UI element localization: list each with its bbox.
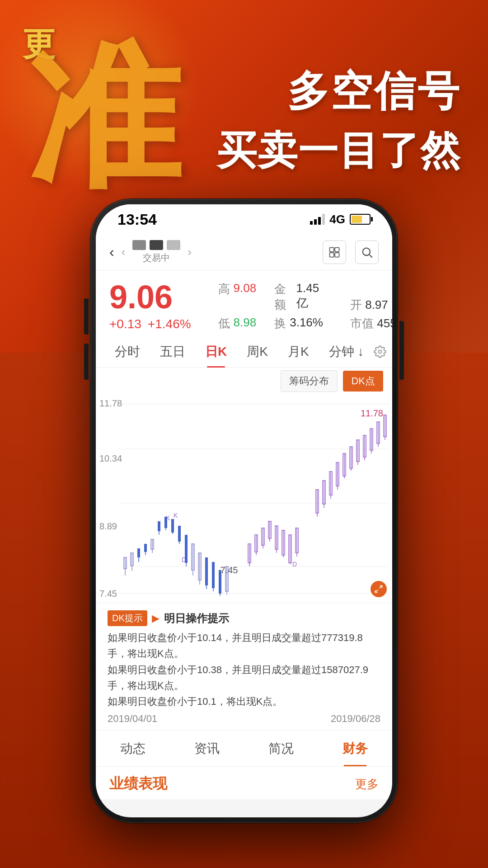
date-start: 2019/04/01: [108, 713, 157, 725]
low-label: 低: [218, 316, 230, 331]
chart-settings-button[interactable]: [374, 341, 386, 363]
status-icons: 4G: [310, 212, 371, 226]
tab-rik[interactable]: 日K: [195, 336, 237, 368]
svg-rect-2: [330, 253, 334, 257]
tab-zixun[interactable]: 资讯: [170, 731, 244, 766]
price-change-pct: +1.46%: [148, 317, 191, 331]
svg-line-8: [375, 590, 378, 593]
price-change-abs: +0.13: [109, 317, 141, 331]
tab-jiankuang[interactable]: 简况: [244, 731, 318, 766]
search-icon: [361, 246, 373, 259]
amount-item: 金额 1.45亿: [274, 281, 323, 313]
status-bar: 13:54 4G: [96, 204, 392, 234]
price-main: 9.06 +0.13 +1.46%: [109, 279, 191, 331]
price-detail-grid: 高 9.08 金额 1.45亿 低 8.98 换: [218, 281, 323, 331]
turnover-label: 换: [274, 316, 286, 331]
open-value: 8.97: [365, 298, 388, 311]
dk-tip-line2: 如果明日收盘价小于10.38，并且明日成交量超过1587027.9手，将出现K点…: [108, 664, 368, 691]
chart-svg: K K D: [96, 395, 392, 603]
current-price: 9.06: [109, 279, 191, 315]
dk-tip-badge: DK提示: [108, 610, 147, 626]
svg-rect-36: [185, 535, 188, 563]
dk-points-button[interactable]: DK点: [343, 371, 383, 392]
svg-rect-29: [164, 517, 167, 528]
performance-more-link[interactable]: 更多: [355, 776, 379, 792]
tab-fenzhong[interactable]: 分钟 ↓: [319, 336, 374, 368]
tab-fenshi[interactable]: 分时: [105, 336, 150, 368]
dk-tip-arrow-icon: ▶: [152, 613, 160, 624]
stock-dot-2: [150, 240, 163, 250]
tab-wuri[interactable]: 五日: [150, 336, 195, 368]
price-row: 9.06 +0.13 +1.46% 高 9.08 金额 1: [109, 279, 379, 331]
stock-name-dots: [132, 240, 180, 250]
svg-line-5: [369, 255, 372, 257]
dk-date-row: 2019/04/01 2019/06/28: [108, 709, 380, 725]
svg-rect-3: [335, 253, 339, 257]
svg-rect-0: [330, 247, 334, 251]
expand-chart-button[interactable]: [371, 581, 387, 597]
chart-tabs: 分时 五日 日K 周K 月K 分钟 ↓: [96, 336, 392, 368]
candlestick-chart: 11.78 10.34 8.89 7.45 11.78 7.45: [96, 395, 392, 603]
svg-rect-44: [212, 562, 215, 588]
high-label: 高: [218, 281, 230, 313]
svg-rect-1: [335, 247, 339, 251]
phone-screen: 13:54 4G ‹ ‹: [96, 204, 392, 817]
search-button[interactable]: [355, 241, 379, 264]
svg-rect-33: [178, 526, 181, 542]
status-time: 13:54: [117, 211, 157, 228]
signal-bar-2: [314, 219, 317, 225]
nav-left-area: ‹ ‹ 交易中 ›: [109, 240, 192, 264]
performance-section: 业绩表现 更多: [96, 766, 392, 799]
tab-zhouk[interactable]: 周K: [237, 336, 278, 368]
navigation-bar: ‹ ‹ 交易中 ›: [96, 234, 392, 270]
chart-label-mid: 10.34: [99, 453, 122, 464]
svg-line-7: [380, 586, 382, 589]
signal-bar-1: [310, 221, 313, 225]
nav-right-area: [323, 241, 379, 264]
dk-tip-text: 如果明日收盘价小于10.14，并且明日成交量超过777319.8手，将出现K点。…: [108, 630, 380, 709]
svg-text:K: K: [174, 512, 178, 519]
mktcap-value: 455.32亿: [377, 316, 392, 330]
svg-rect-31: [171, 519, 174, 533]
turnover-item: 换 3.16%: [274, 316, 323, 331]
dk-tip-title: 明日操作提示: [164, 611, 229, 626]
network-type: 4G: [329, 212, 345, 226]
svg-rect-27: [158, 521, 160, 531]
tab-dongtai[interactable]: 动态: [96, 731, 170, 766]
settings-button[interactable]: [323, 241, 346, 264]
mktcap-item: 市值 455.32亿: [350, 316, 392, 331]
low-price-item: 低 8.98: [218, 316, 257, 331]
svg-rect-19: [137, 548, 140, 557]
phone-mockup: 13:54 4G ‹ ‹: [90, 199, 398, 823]
low-value: 8.98: [234, 316, 257, 331]
battery-icon: [350, 214, 371, 225]
dk-tip-line3: 如果明日收盘价小于10.1，将出现K点。: [108, 696, 283, 707]
dk-tip-line1: 如果明日收盘价小于10.14，并且明日成交量超过777319.8手，将出现K点。: [108, 632, 363, 659]
tab-yuek[interactable]: 月K: [278, 336, 319, 368]
amount-value: 1.45亿: [296, 281, 323, 313]
stock-dot-1: [132, 240, 146, 250]
turnover-value: 3.16%: [290, 316, 323, 331]
amount-label: 金额: [274, 281, 292, 313]
price-section: 9.06 +0.13 +1.46% 高 9.08 金额 1: [96, 270, 392, 336]
prev-arrow-icon[interactable]: ‹: [122, 245, 126, 259]
tab-caiwu[interactable]: 财务: [318, 731, 392, 766]
chip-distribution-button[interactable]: 筹码分布: [281, 370, 338, 392]
dk-tip-section: DK提示 ▶ 明日操作提示 如果明日收盘价小于10.14，并且明日成交量超过77…: [96, 603, 392, 730]
next-arrow-icon[interactable]: ›: [188, 245, 192, 259]
price-right-grid: 开 8.97 市值 455.32亿: [350, 297, 392, 331]
subtitle-line2: 买卖一目了然: [217, 124, 461, 178]
date-end: 2019/06/28: [331, 713, 380, 725]
open-label: 开: [350, 298, 362, 311]
price-change-row: +0.13 +1.46%: [109, 317, 191, 331]
signal-bar-3: [318, 217, 321, 225]
signal-bars-icon: [310, 214, 325, 225]
chart-valley-label: 7.45: [221, 565, 238, 576]
chart-label-low: 8.89: [99, 521, 117, 532]
dk-tip-header: DK提示 ▶ 明日操作提示: [108, 610, 380, 626]
trade-status-label: 交易中: [143, 252, 170, 264]
chart-peak-label: 11.78: [361, 408, 383, 419]
high-value: 9.08: [234, 281, 257, 313]
back-icon[interactable]: ‹: [109, 244, 114, 260]
svg-point-4: [363, 248, 370, 255]
